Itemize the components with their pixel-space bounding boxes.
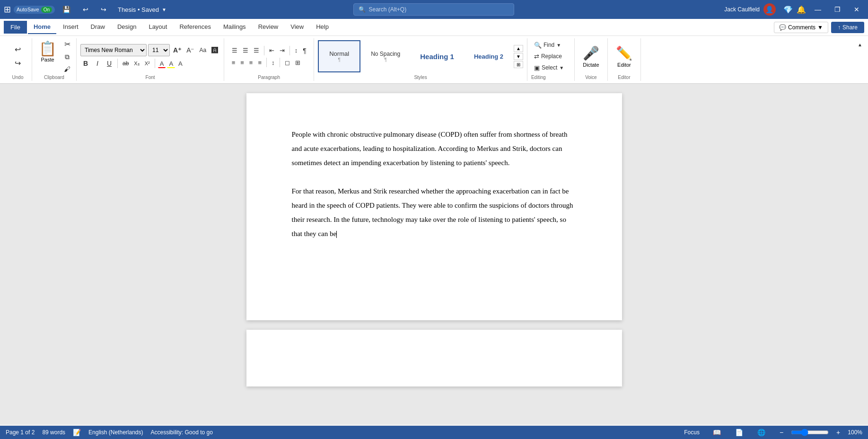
tab-draw[interactable]: Draw xyxy=(85,20,111,34)
align-center-button[interactable]: ≡ xyxy=(238,58,246,68)
tab-view[interactable]: View xyxy=(285,20,309,34)
styles-group: Normal ¶ No Spacing ¶ Heading 1 Heading … xyxy=(314,38,527,81)
change-case-button[interactable]: Aa xyxy=(197,45,208,55)
justify-button[interactable]: ≡ xyxy=(256,58,263,68)
search-box[interactable]: 🔍 Search (Alt+Q) xyxy=(353,3,514,16)
indent-inc-button[interactable]: ⇥ xyxy=(278,45,287,55)
align-left-button[interactable]: ≡ xyxy=(230,58,237,68)
minimize-button[interactable]: — xyxy=(810,4,826,15)
copy-button[interactable]: ⧉ xyxy=(62,52,72,62)
styles-scroll-up[interactable]: ▲ xyxy=(514,45,523,52)
align-right-button[interactable]: ≡ xyxy=(247,58,255,68)
autosave-state[interactable]: On xyxy=(41,7,52,13)
strikethrough-button[interactable]: ab xyxy=(121,59,131,68)
format-painter-button[interactable]: 🖌 xyxy=(62,64,72,74)
share-button[interactable]: ↑ Share xyxy=(831,22,864,33)
indent-dec-button[interactable]: ⇤ xyxy=(267,45,276,55)
text-effects-button[interactable]: A xyxy=(176,59,184,69)
zoom-slider[interactable] xyxy=(791,429,829,436)
font-shrink-button[interactable]: A⁻ xyxy=(184,45,196,55)
web-layout-button[interactable]: 🌐 xyxy=(753,427,770,438)
tab-design[interactable]: Design xyxy=(112,20,142,34)
select-button[interactable]: ▣ Select ▼ xyxy=(531,63,567,73)
read-mode-button[interactable]: 📖 xyxy=(708,427,726,438)
proofing-icon[interactable]: 📝 xyxy=(73,429,81,436)
comments-chevron: ▼ xyxy=(817,24,823,31)
zoom-out-button[interactable]: − xyxy=(775,427,788,438)
redo-quick-button[interactable]: ↪ xyxy=(96,4,111,15)
print-layout-button[interactable]: 📄 xyxy=(730,427,748,438)
cut-button[interactable]: ✂ xyxy=(62,38,72,50)
style-heading1[interactable]: Heading 1 xyxy=(411,40,464,72)
styles-expand[interactable]: ⊞ xyxy=(514,61,523,68)
subscript-button[interactable]: X₂ xyxy=(132,59,141,68)
close-button[interactable]: ✕ xyxy=(849,4,864,15)
zoom-in-button[interactable]: + xyxy=(832,427,845,438)
find-button[interactable]: 🔍 Find ▼ xyxy=(531,40,567,50)
focus-button[interactable]: Focus xyxy=(680,429,703,436)
shading-button[interactable]: ◻ xyxy=(283,58,292,68)
font-grow-button[interactable]: A⁺ xyxy=(171,45,183,55)
search-icon: 🔍 xyxy=(359,6,366,13)
style-normal[interactable]: Normal ¶ xyxy=(318,40,360,72)
paragraph-group-label: Paragraph xyxy=(258,75,280,80)
font-name-select[interactable]: Times New Roman xyxy=(80,44,147,56)
style-no-spacing[interactable]: No Spacing ¶ xyxy=(361,40,410,72)
find-chevron: ▼ xyxy=(556,43,561,48)
editing-group: 🔍 Find ▼ ⇄ Replace ▣ Select ▼ Editing xyxy=(527,38,575,81)
highlight-color-button[interactable]: A xyxy=(167,59,175,68)
tab-home[interactable]: Home xyxy=(28,20,56,34)
tab-mailings[interactable]: Mailings xyxy=(218,20,252,34)
select-label: Select xyxy=(542,64,557,71)
undo-button[interactable]: ↩ xyxy=(13,44,23,55)
italic-button[interactable]: I xyxy=(92,58,103,69)
font-size-select[interactable]: 11 xyxy=(148,44,170,56)
title-chevron-icon[interactable]: ▼ xyxy=(162,7,167,12)
status-right: Focus 📖 📄 🌐 − + 100% xyxy=(680,427,862,438)
styles-scroll-down[interactable]: ▼ xyxy=(514,53,523,60)
accessibility-status[interactable]: Accessibility: Good to go xyxy=(150,429,212,436)
tab-references[interactable]: References xyxy=(174,20,216,34)
font-group: Times New Roman 11 A⁺ A⁻ Aa 🅰 B I U ab xyxy=(77,38,224,81)
quick-save-button[interactable]: 💾 xyxy=(58,4,75,15)
share-icon: ↑ xyxy=(838,24,841,31)
select-icon: ▣ xyxy=(534,64,540,71)
undo-quick-button[interactable]: ↩ xyxy=(78,4,93,15)
office-logo-icon[interactable]: ⊞ xyxy=(4,4,11,15)
tab-insert[interactable]: Insert xyxy=(57,20,84,34)
replace-button[interactable]: ⇄ Replace xyxy=(531,52,567,61)
styles-scroll: ▲ ▼ ⊞ xyxy=(514,45,523,68)
superscript-button[interactable]: X² xyxy=(143,59,152,68)
borders-button[interactable]: ⊞ xyxy=(293,58,302,68)
tab-layout[interactable]: Layout xyxy=(143,20,173,34)
page-indicator: Page 1 of 2 xyxy=(6,429,35,436)
font-color-button[interactable]: A xyxy=(158,59,166,68)
multilevel-button[interactable]: ☰ xyxy=(252,45,261,55)
tab-help[interactable]: Help xyxy=(310,20,334,34)
numbering-button[interactable]: ☰ xyxy=(241,45,250,55)
style-heading2[interactable]: Heading 2 xyxy=(465,40,513,72)
show-para-button[interactable]: ¶ xyxy=(301,45,308,56)
restore-button[interactable]: ❐ xyxy=(830,4,845,15)
paragraph-2[interactable]: For that reason, Merkus and Strik resear… xyxy=(292,184,577,241)
bold-button[interactable]: B xyxy=(80,58,91,69)
collapse-ribbon-button[interactable]: ▲ xyxy=(856,41,864,49)
avatar[interactable]: 👤 xyxy=(763,3,776,16)
bullets-button[interactable]: ☰ xyxy=(230,45,239,55)
redo-button[interactable]: ↪ xyxy=(13,57,23,69)
paste-button[interactable]: 📋 Paste xyxy=(36,38,59,64)
font-group-label: Font xyxy=(146,75,155,80)
tab-review[interactable]: Review xyxy=(253,20,284,34)
find-label: Find xyxy=(544,42,554,48)
underline-button[interactable]: U xyxy=(104,58,114,69)
tab-file[interactable]: File xyxy=(4,21,27,34)
paragraph-1[interactable]: People with chronic obstructive pulmonar… xyxy=(292,127,577,170)
notifications-icon[interactable]: 🔔 xyxy=(797,5,806,14)
comments-button[interactable]: 💬 Comments ▼ xyxy=(774,22,828,33)
sort-button[interactable]: ↕ xyxy=(293,45,300,55)
language[interactable]: English (Netherlands) xyxy=(88,429,143,436)
ribbon-icon[interactable]: 💎 xyxy=(783,5,793,14)
line-spacing-button[interactable]: ↕ xyxy=(270,58,277,68)
page-1: People with chronic obstructive pulmonar… xyxy=(246,93,622,320)
clear-format-button[interactable]: 🅰 xyxy=(210,45,220,55)
